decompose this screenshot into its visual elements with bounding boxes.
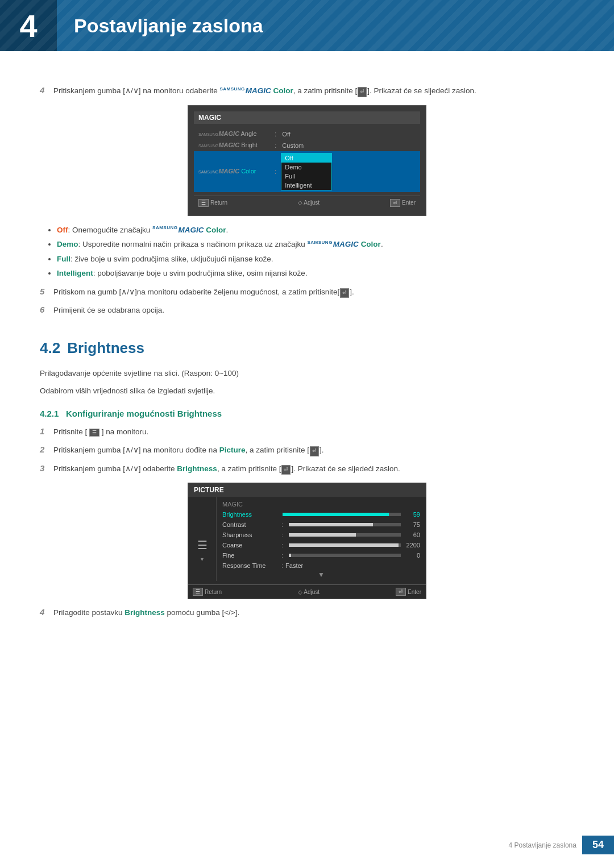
step-421-2-text: Pritiskanjem gumba [∧/∨] na monitoru dođ…	[53, 445, 574, 456]
footer-return-2: ☰ Return	[193, 588, 222, 596]
monitor-magic-color: MAGIC SAMSUNGMAGIC Angle : Off SAMSUNGMA…	[188, 105, 426, 216]
picture-rows: MAGIC Brightness 59 Contrast :	[217, 497, 426, 581]
step-num-5: 5	[40, 286, 49, 296]
monitor-row-angle: SAMSUNGMAGIC Angle : Off	[194, 128, 420, 140]
picture-row-response: Response Time : Faster	[222, 560, 420, 571]
intro-step-4: 4 Pritiskanjem gumba [∧/∨] na monitoru o…	[40, 85, 574, 97]
brightness-body2: Odabirom viših vrijednosti slika će izgl…	[40, 385, 574, 397]
chapter-header: 4 Postavljanje zaslona	[0, 0, 614, 51]
bullet-off: Off: Onemogućite značajku SAMSUNGMAGIC C…	[57, 224, 574, 236]
dropdown-demo: Demo	[281, 163, 331, 172]
step-421-2-num: 2	[40, 445, 49, 454]
section-42-title: Brightness	[67, 339, 144, 357]
picture-content: ☰ ▼ MAGIC Brightness 59	[188, 497, 426, 581]
picture-row-brightness: Brightness 59	[222, 509, 420, 520]
step-421-4-text: Prilagodite postavku Brightness pomoću g…	[53, 607, 574, 618]
monitor-row-bright: SAMSUNGMAGIC Bright : Custom	[194, 140, 420, 151]
picture-row-coarse: Coarse : 2200	[222, 540, 420, 550]
subsection-421: 4.2.1 Konfiguriranje mogućnosti Brightne…	[40, 409, 574, 418]
sharpness-slider	[289, 533, 401, 537]
color-options-list: Off: Onemogućite značajku SAMSUNGMAGIC C…	[57, 224, 574, 280]
picture-title: PICTURE	[188, 483, 426, 497]
picture-monitor-footer: ☰ Return ◇ Adjust ⏎ Enter	[188, 584, 426, 599]
step-421-1-text: Pritisnite [ ☰ ] na monitoru.	[53, 426, 574, 438]
dropdown-off: Off	[281, 153, 331, 163]
picture-left-icons: ☰ ▼	[188, 497, 217, 581]
chapter-title: Postavljanje zaslona	[74, 15, 263, 37]
picture-row-magic: MAGIC	[222, 499, 420, 509]
contrast-slider	[289, 523, 401, 526]
bullet-demo: Demo: Usporedite normalni način prikaza …	[57, 238, 574, 251]
monitor-picture: PICTURE ☰ ▼ MAGIC Brightness 59	[188, 483, 426, 599]
monitor-row-color: SAMSUNGMAGIC Color : Off Demo Full Intel…	[194, 151, 420, 192]
footer-adjust-2: ◇ Adjust	[298, 589, 320, 595]
section-42-num: 4.2	[40, 339, 60, 357]
step-num-4: 4	[40, 85, 49, 95]
monitor-title-1: MAGIC	[194, 111, 420, 124]
brightness-body1: Prilagođavanje općenite svjetline na sli…	[40, 367, 574, 380]
step-421-1: 1 Pritisnite [ ☰ ] na monitoru.	[40, 426, 574, 438]
footer-enter-2: ⏎ Enter	[396, 588, 421, 596]
subsec-title: Konfiguriranje mogućnosti Brightness	[66, 409, 222, 418]
picture-row-sharpness: Sharpness : 60	[222, 530, 420, 540]
page-number: 54	[582, 836, 614, 854]
bullet-intelligent: Intelligent: poboljšavanje boje u svim p…	[57, 267, 574, 280]
step-421-3-text: Pritiskanjem gumba [∧/∨] odaberite Brigh…	[53, 463, 574, 475]
chapter-number: 4	[0, 0, 57, 51]
picture-row-fine: Fine : 0	[222, 550, 420, 560]
fine-slider	[289, 554, 401, 557]
coarse-slider	[289, 543, 401, 547]
picture-row-contrast: Contrast : 75	[222, 520, 420, 530]
step-6-text: Primijenit će se odabrana opcija.	[53, 305, 574, 316]
step-4-text: Pritiskanjem gumba [∧/∨] na monitoru oda…	[53, 85, 574, 97]
footer-enter: ⏎ Enter	[390, 199, 416, 207]
page-content: 4 Pritiskanjem gumba [∧/∨] na monitoru o…	[0, 51, 614, 659]
subsec-num: 4.2.1	[40, 409, 59, 418]
step-421-3-num: 3	[40, 463, 49, 473]
bullet-full: Full: žive boje u svim područjima slike,…	[57, 253, 574, 265]
footer-adjust: ◇ Adjust	[298, 200, 320, 206]
step-421-4: 4 Prilagodite postavku Brightness pomoću…	[40, 607, 574, 618]
step-5-text: Pritiskom na gumb [∧/∨]na monitoru odabe…	[53, 286, 574, 298]
section-42-heading: 4.2 Brightness	[40, 339, 574, 357]
step-num-6: 6	[40, 305, 49, 314]
footer-return: ☰ Return	[198, 199, 227, 207]
color-dropdown: Off Demo Full Intelligent	[281, 153, 332, 190]
monitor-footer-1: ☰ Return ◇ Adjust ⏎ Enter	[194, 196, 420, 210]
brightness-slider	[283, 513, 401, 516]
step-6: 6 Primijenit će se odabrana opcija.	[40, 305, 574, 316]
step-421-3: 3 Pritiskanjem gumba [∧/∨] odaberite Bri…	[40, 463, 574, 475]
page-footer: 4 Postavljanje zaslona 54	[0, 836, 614, 854]
step-421-1-num: 1	[40, 426, 49, 436]
step-421-2: 2 Pritiskanjem gumba [∧/∨] na monitoru d…	[40, 445, 574, 456]
step-421-4-num: 4	[40, 607, 49, 617]
dropdown-intelligent: Intelligent	[281, 181, 331, 190]
footer-chapter-label: 4 Postavljanje zaslona	[509, 841, 576, 849]
dropdown-full: Full	[281, 172, 331, 181]
step-5: 5 Pritiskom na gumb [∧/∨]na monitoru oda…	[40, 286, 574, 298]
